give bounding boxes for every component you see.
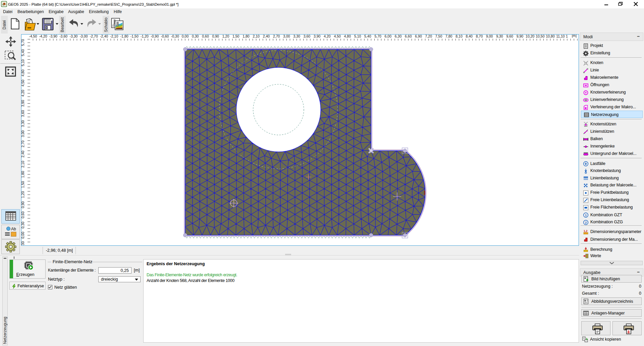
svg-text:1,80: 1,80 <box>243 35 250 38</box>
svg-text:0,30: 0,30 <box>192 35 199 38</box>
svg-text:Ab: Ab <box>11 227 16 231</box>
svg-text:-2,10: -2,10 <box>110 35 118 38</box>
svg-text:6,30: 6,30 <box>395 35 402 38</box>
svg-text:3,00: 3,00 <box>21 130 25 137</box>
svg-text:0,30: 0,30 <box>21 222 25 229</box>
svg-text:[m]: [m] <box>572 35 577 38</box>
svg-text:10,20: 10,20 <box>526 35 534 38</box>
svg-text:-3,00: -3,00 <box>80 35 88 38</box>
svg-text:4,50: 4,50 <box>21 80 25 87</box>
svg-text:3,60: 3,60 <box>304 35 311 38</box>
svg-text:2,70: 2,70 <box>273 35 280 38</box>
svg-text:1,20: 1,20 <box>21 191 25 198</box>
svg-text:-0,90: -0,90 <box>151 35 159 38</box>
svg-text:1,80: 1,80 <box>21 171 25 178</box>
svg-text:5,70: 5,70 <box>21 39 25 46</box>
svg-text:9,60: 9,60 <box>506 35 513 38</box>
svg-text:1: 1 <box>585 213 587 217</box>
svg-text:0,60: 0,60 <box>202 35 209 38</box>
svg-text:2,40: 2,40 <box>263 35 270 38</box>
svg-text:8,10: 8,10 <box>455 35 463 38</box>
svg-text:-0,30: -0,30 <box>171 35 179 38</box>
svg-text:-2,70: -2,70 <box>90 35 98 38</box>
svg-text:5,10: 5,10 <box>354 35 361 38</box>
svg-text:9,30: 9,30 <box>496 35 503 38</box>
svg-text:-0,30: -0,30 <box>21 241 25 245</box>
svg-text:6,00: 6,00 <box>385 35 392 38</box>
svg-text:3,60: 3,60 <box>21 110 25 117</box>
svg-text:0,60: 0,60 <box>21 212 25 219</box>
svg-text:2,70: 2,70 <box>21 140 25 148</box>
svg-text:0,90: 0,90 <box>21 201 25 208</box>
svg-text:4,20: 4,20 <box>324 35 331 38</box>
svg-text:-1,20: -1,20 <box>141 35 149 38</box>
svg-text:-3,90: -3,90 <box>49 35 57 38</box>
svg-text:4,50: 4,50 <box>334 35 341 38</box>
svg-text:-2,40: -2,40 <box>100 35 108 38</box>
svg-text:-1,80: -1,80 <box>120 35 128 38</box>
svg-text:2,10: 2,10 <box>253 35 260 38</box>
svg-text:7,20: 7,20 <box>425 35 432 38</box>
svg-text:9,00: 9,00 <box>486 35 493 38</box>
svg-text:4,80: 4,80 <box>344 35 351 38</box>
svg-text:11,10: 11,10 <box>556 35 565 38</box>
svg-text:4,80: 4,80 <box>21 69 25 76</box>
svg-text:10,80: 10,80 <box>546 35 554 38</box>
svg-text:7,50: 7,50 <box>435 35 442 38</box>
svg-text:3,30: 3,30 <box>21 120 25 127</box>
svg-text:10,50: 10,50 <box>536 35 544 38</box>
svg-text:6,60: 6,60 <box>405 35 412 38</box>
svg-text:5,40: 5,40 <box>21 49 25 56</box>
svg-text:8,70: 8,70 <box>476 35 483 38</box>
svg-text:-4,50: -4,50 <box>29 35 37 38</box>
svg-text:3,00: 3,00 <box>283 35 290 38</box>
svg-text:5,70: 5,70 <box>374 35 381 38</box>
svg-text:2: 2 <box>585 221 587 224</box>
svg-text:5,10: 5,10 <box>21 59 25 66</box>
svg-text:1,20: 1,20 <box>222 35 229 38</box>
svg-text:2,40: 2,40 <box>21 151 25 158</box>
svg-text:0,00: 0,00 <box>21 232 25 239</box>
svg-text:1,50: 1,50 <box>232 35 239 38</box>
svg-text:9,90: 9,90 <box>517 35 524 38</box>
svg-text:1,2: 1,2 <box>584 229 588 233</box>
svg-text:4,20: 4,20 <box>21 90 25 97</box>
svg-text:6,90: 6,90 <box>415 35 422 38</box>
svg-text:-3,30: -3,30 <box>69 35 77 38</box>
svg-text:7,80: 7,80 <box>445 35 452 38</box>
svg-text:3,30: 3,30 <box>293 35 300 38</box>
svg-text:0,00: 0,00 <box>182 35 189 38</box>
svg-text:3,90: 3,90 <box>314 35 321 38</box>
svg-text:3,90: 3,90 <box>21 100 25 107</box>
svg-text:1: 1 <box>566 35 568 38</box>
svg-text:-1,50: -1,50 <box>130 35 139 38</box>
svg-text:8,40: 8,40 <box>466 35 473 38</box>
svg-text:2,10: 2,10 <box>21 161 25 168</box>
svg-text:-3,60: -3,60 <box>59 35 67 38</box>
svg-text:0,90: 0,90 <box>212 35 219 38</box>
svg-text:1,50: 1,50 <box>21 181 25 188</box>
svg-text:-0,60: -0,60 <box>161 35 169 38</box>
svg-text:5,40: 5,40 <box>364 35 371 38</box>
svg-text:-4,20: -4,20 <box>39 35 47 38</box>
